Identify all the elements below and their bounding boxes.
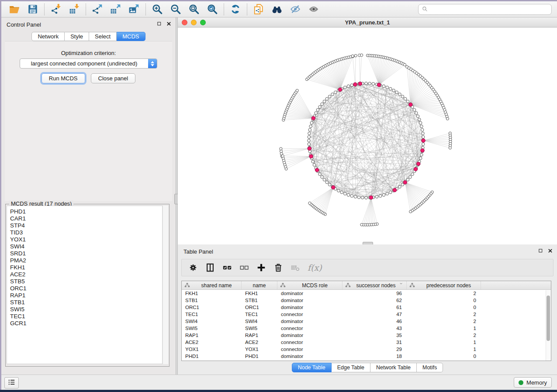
mcds-result-item[interactable]: YOX1 xyxy=(10,236,162,243)
mcds-result-item[interactable]: FKH1 xyxy=(10,264,162,271)
network-node[interactable] xyxy=(280,148,282,150)
network-node[interactable] xyxy=(418,118,421,121)
network-node[interactable] xyxy=(449,147,451,149)
network-node[interactable] xyxy=(318,173,322,176)
table-row[interactable]: SWI4SWI4dominator462 xyxy=(182,318,551,325)
export-network-icon[interactable] xyxy=(92,3,103,15)
window-minimize-light[interactable] xyxy=(191,20,197,25)
network-hub-node[interactable] xyxy=(309,155,313,158)
close-panel-icon[interactable] xyxy=(166,21,171,26)
network-node[interactable] xyxy=(308,202,311,204)
network-node[interactable] xyxy=(360,54,363,56)
column-header-predecessor-nodes[interactable]: predecessor nodes xyxy=(407,281,481,289)
import-table-icon[interactable] xyxy=(69,3,80,15)
network-node[interactable] xyxy=(308,139,311,142)
network-node[interactable] xyxy=(368,82,371,85)
network-node[interactable] xyxy=(357,196,360,199)
network-node[interactable] xyxy=(365,196,368,199)
network-node[interactable] xyxy=(419,157,422,160)
network-node[interactable] xyxy=(379,195,382,198)
table-scrollbar-thumb[interactable] xyxy=(547,296,550,341)
network-node[interactable] xyxy=(395,91,398,94)
network-node[interactable] xyxy=(351,55,354,57)
table-row[interactable]: STB1STB1dominator620 xyxy=(182,297,551,304)
hide-selected-icon[interactable] xyxy=(290,3,301,15)
network-node[interactable] xyxy=(401,95,404,98)
network-node[interactable] xyxy=(325,97,329,100)
network-hub-node[interactable] xyxy=(315,168,319,172)
network-node[interactable] xyxy=(421,128,424,131)
delete-table-icon[interactable] xyxy=(291,263,300,272)
network-node[interactable] xyxy=(422,143,425,146)
mcds-result-item[interactable]: ORC1 xyxy=(10,285,162,292)
network-node[interactable] xyxy=(422,132,425,135)
mcds-result-item[interactable]: SWI4 xyxy=(10,243,162,250)
network-node[interactable] xyxy=(311,160,315,163)
network-node[interactable] xyxy=(386,193,389,196)
tab-style[interactable]: Style xyxy=(65,32,89,41)
network-hub-node[interactable] xyxy=(369,196,373,199)
network-node[interactable] xyxy=(411,173,414,176)
network-node[interactable] xyxy=(422,136,425,139)
table-row[interactable]: YOX1YOX1connector291 xyxy=(182,346,551,353)
memory-button[interactable]: Memory xyxy=(514,377,552,388)
table-row[interactable]: ACE2ACE2connector311 xyxy=(182,339,551,346)
network-node[interactable] xyxy=(406,100,409,103)
table-row[interactable]: ORC1ORC1dominator610 xyxy=(182,304,551,311)
mcds-result-item[interactable]: CAR1 xyxy=(10,215,162,222)
network-node[interactable] xyxy=(334,91,337,94)
network-node[interactable] xyxy=(344,193,347,196)
network-hub-node[interactable] xyxy=(422,139,426,143)
import-network-icon[interactable] xyxy=(50,3,62,15)
table-row[interactable]: FKH1FKH1dominator962 xyxy=(182,290,551,297)
mcds-result-item[interactable]: PMA2 xyxy=(10,257,162,264)
network-node[interactable] xyxy=(323,100,326,103)
network-node[interactable] xyxy=(347,193,350,196)
table-settings-icon[interactable] xyxy=(188,263,198,272)
add-column-icon[interactable] xyxy=(256,263,266,272)
network-hub-node[interactable] xyxy=(311,117,315,120)
network-node[interactable] xyxy=(398,93,401,96)
network-hub-node[interactable] xyxy=(421,148,425,152)
network-node[interactable] xyxy=(331,93,334,96)
search-neighbors-icon[interactable] xyxy=(271,3,283,15)
mcds-result-item[interactable]: TEC1 xyxy=(10,313,162,320)
table-row[interactable]: RAP1RAP1dominator352 xyxy=(182,332,551,339)
network-node[interactable] xyxy=(420,125,423,128)
network-node[interactable] xyxy=(350,84,353,87)
open-file-icon[interactable] xyxy=(9,3,20,15)
show-columns-icon[interactable] xyxy=(205,263,215,272)
search-input[interactable] xyxy=(430,6,548,13)
mcds-result-item[interactable]: TID3 xyxy=(10,229,162,236)
save-session-icon[interactable] xyxy=(27,3,38,15)
tab-network-table[interactable]: Network Table xyxy=(370,363,417,372)
network-hub-node[interactable] xyxy=(414,167,418,171)
network-node[interactable] xyxy=(316,109,319,112)
table-row[interactable]: PHD1PHD1dominator180 xyxy=(182,353,551,360)
close-table-panel-icon[interactable] xyxy=(548,248,553,253)
network-node[interactable] xyxy=(308,128,311,131)
mcds-list-scrollbar[interactable] xyxy=(163,206,168,364)
network-node[interactable] xyxy=(354,54,357,57)
network-node[interactable] xyxy=(382,193,385,196)
function-builder-icon[interactable]: f(x) xyxy=(308,263,322,272)
network-node[interactable] xyxy=(389,87,392,90)
network-node[interactable] xyxy=(325,181,329,184)
network-node[interactable] xyxy=(347,85,350,88)
network-node[interactable] xyxy=(296,89,298,92)
mcds-result-item[interactable]: SWI5 xyxy=(10,306,162,313)
network-node[interactable] xyxy=(340,191,343,194)
network-node[interactable] xyxy=(309,125,312,128)
delete-column-icon[interactable] xyxy=(273,263,283,272)
network-window-titlebar[interactable]: YPA_prune.txt_1 xyxy=(178,17,557,28)
sort-indicator-icon[interactable] xyxy=(399,282,406,289)
select-all-icon[interactable] xyxy=(222,263,232,272)
network-hub-node[interactable] xyxy=(358,82,362,86)
network-node[interactable] xyxy=(281,155,284,157)
run-mcds-button[interactable]: Run MCDS xyxy=(42,73,85,83)
table-row[interactable]: SWI5SWI5connector431 xyxy=(182,325,551,332)
deselect-all-icon[interactable] xyxy=(239,263,249,272)
column-header-successor-nodes[interactable]: successor nodes xyxy=(343,281,407,289)
clone-network-icon[interactable] xyxy=(253,3,264,15)
table-row[interactable]: TEC1TEC1connector472 xyxy=(182,311,551,318)
